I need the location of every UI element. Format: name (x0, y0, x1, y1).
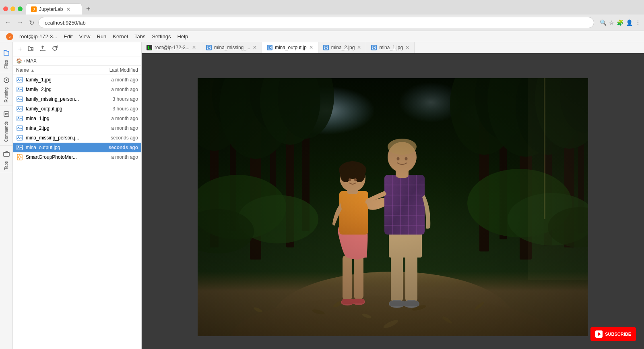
file-item-family2[interactable]: family_2.jpg a month ago (13, 85, 141, 94)
terminal-favicon: $_ (147, 45, 152, 50)
svg-rect-24 (17, 145, 23, 150)
file-item-smartgroup[interactable]: SmartGroupPhotoMer... a month ago (13, 152, 141, 162)
content-tab-mina-output[interactable]: mina_output.jp ✕ (262, 42, 318, 53)
svg-rect-20 (17, 126, 23, 131)
address-bar-icons: 🔍 ☆ 🧩 👤 ⋮ (600, 19, 641, 26)
breadcrumb-separator: › (24, 58, 25, 64)
jupyterlab-logo: J (3, 33, 16, 41)
menu-kernel[interactable]: Kernel (113, 33, 128, 39)
file-name: mina_missing_person.j... (26, 135, 94, 141)
tab-close-mina1[interactable]: ✕ (405, 45, 409, 50)
menu-settings[interactable]: Settings (152, 33, 171, 39)
tab-close-mina-missing[interactable]: ✕ (253, 45, 257, 50)
tab-label-mina1: mina_1.jpg (379, 45, 403, 50)
file-modified: 3 hours ago (94, 96, 138, 102)
content-tab-mina-missing[interactable]: mina_missing_... ✕ (201, 42, 262, 53)
file-item-family-output[interactable]: family_output.jpg 3 hours ago (13, 104, 141, 114)
file-item-mina-output[interactable]: mina_output.jpg seconds ago (13, 143, 141, 152)
image-icon (16, 144, 23, 151)
content-tab-mina1[interactable]: mina_1.jpg ✕ (366, 42, 415, 53)
sidebar-label-files[interactable]: Files (3, 58, 9, 70)
col-name-header[interactable]: Name ▲ (16, 67, 90, 73)
menu-edit[interactable]: Edit (64, 33, 72, 39)
minimize-window-button[interactable] (10, 6, 15, 11)
close-window-button[interactable] (3, 6, 8, 11)
sidebar-icon-commands[interactable] (1, 108, 12, 120)
search-icon[interactable]: 🔍 (600, 19, 607, 26)
image-favicon-mina2 (323, 45, 329, 50)
breadcrumb-folder[interactable]: MAX (26, 58, 37, 64)
sidebar-icon-tabs[interactable] (1, 148, 12, 160)
youtube-play-icon (595, 330, 603, 338)
sidebar-label-tabs[interactable]: Tabs (3, 160, 9, 171)
traffic-lights (3, 6, 23, 11)
file-item-mina2[interactable]: mina_2.jpg a month ago (13, 123, 141, 133)
browser-tab-close[interactable]: ✕ (66, 6, 71, 12)
file-item-family-missing[interactable]: family_missing_person... 3 hours ago (13, 94, 141, 104)
image-icon (16, 115, 23, 122)
new-folder-button[interactable] (25, 44, 36, 54)
svg-rect-14 (17, 97, 23, 102)
file-name: mina_output.jpg (26, 145, 94, 150)
image-icon (16, 96, 23, 103)
tab-label-mina-output: mina_output.jp (275, 45, 307, 50)
sidebar-section-commands: Commands (0, 107, 12, 145)
forward-button[interactable]: → (15, 17, 25, 28)
browser-tab-label: JupyterLab (39, 6, 63, 12)
tab-close-mina2[interactable]: ✕ (357, 45, 361, 50)
bookmark-icon[interactable]: ☆ (609, 19, 614, 26)
sidebar-label-running[interactable]: Running (3, 86, 9, 104)
content-tab-strip: $_ root@ip-172-3... ✕ mina_missing_... ✕… (142, 42, 644, 53)
image-viewer (142, 53, 644, 349)
tab-close-mina-output[interactable]: ✕ (309, 45, 313, 50)
tab-label-terminal: root@ip-172-3... (155, 45, 190, 50)
app-container: Files Running Commands Tabs + (0, 42, 644, 349)
file-modified: seconds ago (94, 145, 138, 150)
menu-view[interactable]: View (79, 33, 91, 39)
col-modified-header: Last Modified (90, 67, 138, 73)
image-icon (16, 105, 23, 112)
back-button[interactable]: ← (3, 17, 13, 28)
file-item-mina-missing[interactable]: mina_missing_person.j... seconds ago (13, 133, 141, 143)
new-launcher-button[interactable]: + (16, 44, 24, 54)
menu-icon[interactable]: ⋮ (635, 19, 641, 26)
refresh-button[interactable] (50, 44, 60, 54)
sidebar-icon-files[interactable] (1, 47, 12, 58)
tab-close-terminal[interactable]: ✕ (192, 45, 196, 50)
menu-run[interactable]: Run (97, 33, 107, 39)
file-name: SmartGroupPhotoMer... (26, 154, 94, 160)
maximize-window-button[interactable] (18, 6, 23, 11)
file-modified: 3 hours ago (94, 106, 138, 112)
jupyterlab-favicon: J (31, 6, 37, 12)
profile-icon[interactable]: 👤 (626, 19, 633, 26)
home-icon[interactable]: 🏠 (16, 58, 22, 64)
file-modified: a month ago (94, 125, 138, 131)
file-modified: seconds ago (94, 135, 138, 141)
image-icon (16, 86, 23, 93)
content-tab-terminal[interactable]: $_ root@ip-172-3... ✕ (142, 42, 201, 53)
menu-help[interactable]: Help (177, 33, 188, 39)
reload-button[interactable]: ↻ (27, 17, 36, 28)
browser-tab-jupyterlab[interactable]: J JupyterLab ✕ (26, 3, 82, 15)
address-bar[interactable]: localhost:9250/lab (38, 17, 594, 28)
sort-indicator: ▲ (31, 68, 35, 73)
sidebar-label-commands[interactable]: Commands (3, 120, 9, 143)
file-item-family1[interactable]: family_1.jpg a month ago (13, 75, 141, 85)
menu-file[interactable]: root@ip-172-3... (19, 33, 57, 39)
svg-rect-12 (17, 87, 23, 92)
sidebar-section-running: Running (0, 73, 12, 106)
svg-rect-7 (4, 152, 9, 156)
sidebar-icon-running[interactable] (1, 75, 12, 86)
file-panel: + 🏠 › MAX Name ▲ Last Modified (13, 42, 142, 349)
menu-tabs[interactable]: Tabs (134, 33, 145, 39)
file-name: family_1.jpg (26, 77, 94, 83)
content-tab-mina2[interactable]: mina_2.jpg ✕ (318, 42, 367, 53)
file-list-header: Name ▲ Last Modified (13, 66, 141, 75)
extensions-icon[interactable]: 🧩 (617, 19, 623, 26)
youtube-subscribe-button[interactable]: SUBSCRIBE (590, 327, 636, 341)
new-browser-tab-button[interactable]: + (83, 5, 94, 13)
upload-button[interactable] (37, 44, 48, 54)
image-favicon-active (267, 45, 272, 50)
file-item-mina1[interactable]: mina_1.jpg a month ago (13, 114, 141, 123)
file-list: family_1.jpg a month ago family_2.jpg a … (13, 75, 141, 349)
